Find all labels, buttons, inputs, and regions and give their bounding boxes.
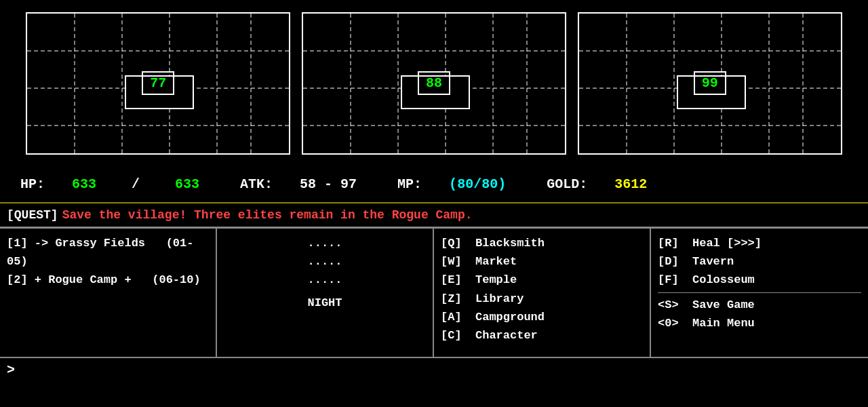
- place-library[interactable]: [Z] Library: [441, 290, 643, 308]
- location-item-2[interactable]: [2] + Rogue Camp + (06-10): [7, 271, 209, 289]
- place-character[interactable]: [C] Character: [441, 326, 643, 345]
- quest-section: [QUEST] Save the village! Three elites r…: [0, 204, 868, 228]
- dots-2: .....: [224, 252, 426, 271]
- loc2-key: [2] + Rogue Camp +: [7, 273, 132, 286]
- gold-label: GOLD:: [547, 176, 587, 192]
- mp-display: (80/80): [449, 176, 506, 192]
- place-temple[interactable]: [E] Temple: [441, 271, 643, 289]
- loc1-key: [1] -> Grassy Fields: [7, 237, 145, 250]
- dots-3: .....: [224, 271, 426, 289]
- place-blacksmith[interactable]: [Q] Blacksmith: [441, 234, 643, 252]
- dots-1: .....: [224, 234, 426, 252]
- action-tavern[interactable]: [D] Tavern: [658, 252, 861, 271]
- time-label: NIGHT: [224, 294, 426, 312]
- gold-value: 3612: [614, 176, 647, 192]
- prompt-section: >: [0, 357, 868, 381]
- hp-label: HP:: [20, 176, 45, 192]
- places-column: [Q] Blacksmith [W] Market [E] Temple [Z]…: [434, 229, 651, 357]
- quest-label: [QUEST]: [7, 208, 58, 222]
- hp-separator: /: [123, 176, 148, 192]
- mp-label: MP:: [397, 176, 422, 192]
- hp-current: 633: [72, 176, 96, 192]
- location-item-1[interactable]: [1] -> Grassy Fields (01-05): [7, 234, 209, 271]
- map-panel-3: 99: [578, 12, 842, 155]
- quest-text: Save the village! Three elites remain in…: [62, 208, 473, 222]
- map-panel-2: 88: [302, 12, 566, 155]
- map-section: 77 88 99: [0, 0, 868, 166]
- time-column: ..... ..... ..... NIGHT: [217, 229, 434, 357]
- actions-column: [R] Heal [>>>] [D] Tavern [F] Colosseum …: [651, 229, 868, 357]
- map-number-3: 99: [694, 71, 726, 95]
- bottom-section: [1] -> Grassy Fields (01-05) [2] + Rogue…: [0, 228, 868, 357]
- place-market[interactable]: [W] Market: [441, 252, 643, 271]
- place-campground[interactable]: [A] Campground: [441, 308, 643, 326]
- action-heal[interactable]: [R] Heal [>>>]: [658, 234, 861, 252]
- action-colosseum[interactable]: [F] Colosseum: [658, 271, 861, 289]
- prompt-symbol: >: [7, 362, 15, 378]
- loc2-range: (06-10): [138, 273, 201, 286]
- atk-value: 58 - 97: [300, 176, 357, 192]
- map-number-2: 88: [418, 71, 450, 95]
- stats-section: HP: 633 / 633 ATK: 58 - 97 MP: (80/80) G…: [0, 166, 868, 204]
- atk-label: ATK:: [240, 176, 273, 192]
- action-save[interactable]: <S> Save Game: [658, 296, 861, 314]
- map-number-1: 77: [142, 71, 174, 95]
- locations-column: [1] -> Grassy Fields (01-05) [2] + Rogue…: [0, 229, 217, 357]
- hp-max: 633: [175, 176, 199, 192]
- action-main-menu[interactable]: <0> Main Menu: [658, 314, 861, 332]
- map-panel-1: 77: [26, 12, 290, 155]
- actions-divider: [658, 292, 861, 293]
